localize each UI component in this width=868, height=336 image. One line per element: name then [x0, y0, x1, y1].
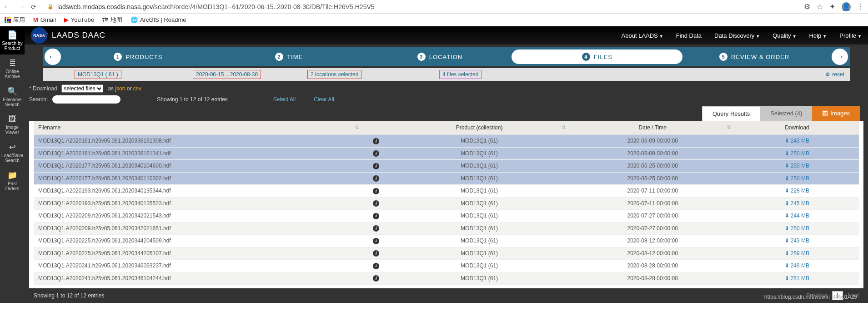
download-link[interactable]: ⬇250 MB [785, 163, 809, 169]
apps-bookmark[interactable]: 应用 [5, 16, 25, 24]
watermark: https://blog.csdn.net/weixin_40501429 [764, 294, 857, 300]
info-icon[interactable]: i [373, 150, 379, 157]
cell-filename: MOD13Q1.A2020177.h25v05.061.202034010460… [34, 160, 364, 173]
topnav-find-data[interactable]: Find Data [676, 32, 702, 39]
sidenav-search-by-product[interactable]: 📄Search by Product [0, 26, 25, 54]
wizard-step-products[interactable]: 1PRODUCTS [63, 47, 214, 66]
summary-files[interactable]: 4 files selected [439, 70, 482, 79]
info-icon[interactable]: i [373, 213, 379, 219]
table-row[interactable]: MOD13Q1.A2020193.h26v05.061.202034013534… [34, 185, 859, 198]
info-icon[interactable]: i [373, 200, 379, 207]
wizard-step-location[interactable]: 3LOCATION [365, 47, 516, 66]
nav-back-icon[interactable]: ← [4, 3, 11, 11]
col-filename[interactable]: Filename [34, 121, 364, 135]
download-link[interactable]: ⬇243 MB [785, 237, 809, 244]
cell-datetime: 2020-07-27 00:00:00 [570, 222, 735, 235]
info-icon[interactable]: i [373, 250, 379, 257]
cell-filename: MOD13Q1.A2020161.h26v05.061.202033616134… [34, 147, 364, 160]
cell-filename: MOD13Q1.A2020209.h26v05.061.202034202154… [34, 210, 364, 222]
search-input[interactable] [52, 95, 120, 104]
info-icon[interactable]: i [373, 238, 379, 244]
download-link[interactable]: ⬇228 MB [785, 188, 809, 194]
download-link[interactable]: ⬇250 MB [785, 225, 809, 232]
download-link[interactable]: ⬇249 MB [785, 262, 809, 269]
url-text: ladsweb.modaps.eosdis.nasa.gov/search/or… [57, 3, 375, 10]
topnav-data-discovery[interactable]: Data Discovery▼ [714, 32, 760, 39]
download-icon: ⬇ [785, 175, 789, 182]
extensions-icon[interactable]: ✦ [829, 2, 835, 11]
json-link[interactable]: json [115, 85, 125, 92]
cell-product: MOD13Q1 (61) [388, 260, 570, 272]
table-row[interactable]: MOD13Q1.A2020241.h26v05.061.202034609323… [34, 260, 859, 272]
youtube-bookmark[interactable]: ▶YouTube [64, 16, 94, 23]
info-icon[interactable]: i [373, 163, 379, 169]
download-link[interactable]: ⬇250 MB [785, 150, 809, 157]
arcgis-bookmark[interactable]: 🌐ArcGIS | Readme [130, 16, 186, 23]
download-link[interactable]: ⬇250 MB [785, 175, 809, 182]
sidenav-filename-search[interactable]: 🔍Filename Search [0, 83, 25, 111]
table-row[interactable]: MOD13Q1.A2020193.h25v05.061.202034013552… [34, 197, 859, 210]
table-row[interactable]: MOD13Q1.A2020209.h25v05.061.202034202165… [34, 222, 859, 235]
sidenav-icon: ↩ [1, 142, 24, 152]
sidenav-image-viewer[interactable]: 🖼Image Viewer [0, 111, 25, 138]
table-row[interactable]: MOD13Q1.A2020225.h26v05.061.202034420450… [34, 235, 859, 247]
info-icon[interactable]: i [373, 175, 379, 182]
info-icon[interactable]: i [373, 188, 379, 194]
summary-product[interactable]: MOD13Q1 ( 61 ) [75, 70, 121, 79]
wizard-prev-button[interactable]: ← [45, 49, 61, 65]
nav-refresh-icon[interactable]: ⟳ [31, 3, 36, 10]
translate-icon[interactable]: ⚙ [804, 2, 810, 11]
table-row[interactable]: MOD13Q1.A2020177.h26v05.061.202034011030… [34, 172, 859, 185]
reset-button[interactable]: ⚙reset [825, 71, 844, 78]
tab-query-results[interactable]: Query Results [702, 106, 760, 121]
wizard-step-files[interactable]: 4FILES [512, 49, 682, 64]
cell-filename: MOD13Q1.A2020241.h26v05.061.202034609323… [34, 260, 364, 272]
browser-toolbar: ← → ⟳ 🔒 ladsweb.modaps.eosdis.nasa.gov/s… [0, 0, 868, 14]
nasa-logo-icon: NASA [31, 27, 47, 44]
table-row[interactable]: MOD13Q1.A2020161.h25v05.061.202033616130… [34, 135, 859, 148]
info-icon[interactable]: i [373, 275, 379, 282]
table-row[interactable]: MOD13Q1.A2020209.h26v05.061.202034202154… [34, 210, 859, 222]
table-row[interactable]: MOD13Q1.A2020225.h25v05.061.202034420510… [34, 247, 859, 260]
tab-images[interactable]: 🖼Images [812, 106, 860, 121]
table-row[interactable]: MOD13Q1.A2020241.h25v05.061.202034610424… [34, 272, 859, 285]
sidenav-past-orders[interactable]: 📁Past Orders [0, 167, 25, 195]
info-icon[interactable]: i [373, 225, 379, 232]
info-icon[interactable]: i [373, 263, 379, 269]
table-row[interactable]: MOD13Q1.A2020161.h26v05.061.202033616134… [34, 147, 859, 160]
download-link[interactable]: ⬇259 MB [785, 250, 809, 257]
download-select[interactable]: selected files [61, 84, 103, 93]
download-link[interactable]: ⬇243 MB [785, 138, 809, 144]
address-bar[interactable]: 🔒 ladsweb.modaps.eosdis.nasa.gov/search/… [43, 3, 798, 10]
youtube-icon: ▶ [64, 16, 69, 23]
topnav-about-laads[interactable]: About LAADS▼ [622, 32, 663, 39]
csv-link[interactable]: csv [133, 85, 141, 92]
download-link[interactable]: ⬇245 MB [785, 200, 809, 207]
wizard-step-time[interactable]: 2TIME [214, 47, 365, 66]
wizard-next-button[interactable]: → [832, 49, 848, 65]
download-link[interactable]: ⬇244 MB [785, 212, 809, 219]
menu-icon[interactable]: ⋮ [857, 2, 864, 11]
download-link[interactable]: ⬇251 MB [785, 275, 809, 282]
bookmark-star-icon[interactable]: ☆ [817, 2, 823, 11]
select-all-button[interactable]: Select All [273, 96, 296, 103]
summary-location[interactable]: 2 locations selected [307, 70, 361, 79]
topnav-profile[interactable]: Profile▼ [839, 32, 862, 39]
map-bookmark[interactable]: 🗺地图 [102, 16, 122, 24]
col-product[interactable]: Product (collection) [388, 121, 570, 135]
clear-all-button[interactable]: Clear All [314, 96, 334, 103]
gmail-bookmark[interactable]: MGmail [33, 16, 56, 23]
info-icon[interactable]: i [373, 138, 379, 144]
wizard-step-review-order[interactable]: 5REVIEW & ORDER [679, 47, 830, 66]
tab-selected[interactable]: Selected (4) [760, 106, 812, 121]
summary-time[interactable]: 2020-06-15 .. 2020-08-30 [193, 70, 261, 79]
profile-icon[interactable]: 👤 [842, 2, 851, 11]
sidenav-load-save-search[interactable]: ↩Load/Save Search [0, 138, 25, 167]
table-row[interactable]: MOD13Q1.A2020177.h25v05.061.202034010460… [34, 160, 859, 173]
nav-forward-icon[interactable]: → [17, 3, 25, 11]
topnav-quality[interactable]: Quality▼ [773, 32, 796, 39]
topnav-help[interactable]: Help▼ [809, 32, 827, 39]
col-datetime[interactable]: Date / Time [570, 121, 735, 135]
cell-datetime: 2020-06-25 00:00:00 [570, 172, 735, 185]
sidenav-online-archive[interactable]: ≣Online Archive [0, 54, 25, 83]
